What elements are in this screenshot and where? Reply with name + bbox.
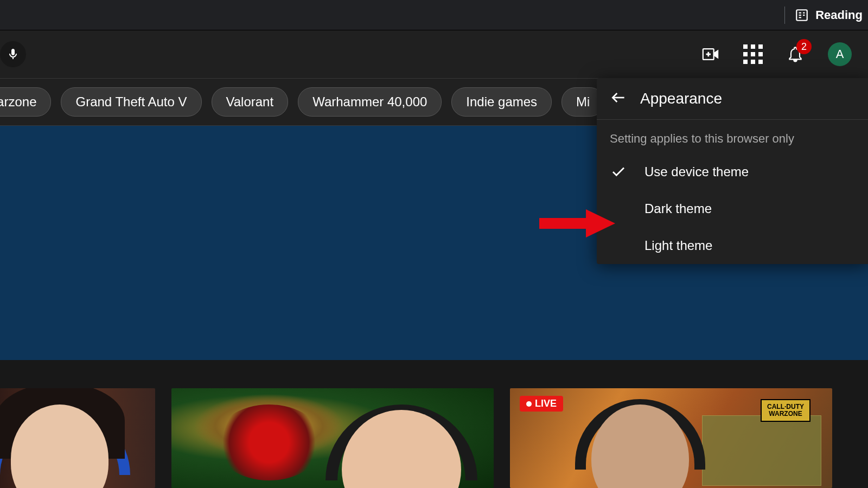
video-thumbnail[interactable] bbox=[171, 388, 494, 488]
account-avatar[interactable]: A bbox=[828, 42, 852, 66]
arrow-left-icon bbox=[610, 89, 627, 106]
browser-top-bar: Reading bbox=[0, 0, 868, 30]
svg-marker-11 bbox=[586, 209, 615, 237]
notifications-button[interactable]: 2 bbox=[786, 44, 805, 64]
browser-divider bbox=[784, 7, 785, 24]
video-thumbnail[interactable]: LIVE CALL·DUTY WARZONE bbox=[510, 388, 832, 488]
voice-search-button[interactable] bbox=[0, 41, 26, 67]
live-dot-icon bbox=[526, 401, 532, 407]
reading-list-icon bbox=[795, 8, 809, 22]
theme-option-label: Use device theme bbox=[644, 164, 749, 179]
filter-chip[interactable]: Warhammer 40,000 bbox=[298, 87, 442, 117]
apps-button[interactable] bbox=[743, 44, 763, 64]
game-title-overlay: CALL·DUTY WARZONE bbox=[761, 399, 810, 422]
filter-chip[interactable]: Indie games bbox=[451, 87, 552, 117]
theme-option-dark[interactable]: Dark theme bbox=[597, 190, 868, 227]
avatar-letter: A bbox=[836, 47, 844, 61]
annotation-arrow-icon bbox=[539, 207, 615, 237]
svg-rect-10 bbox=[539, 218, 588, 229]
live-label: LIVE bbox=[535, 398, 557, 409]
theme-option-device[interactable]: Use device theme bbox=[597, 153, 868, 190]
theme-option-label: Light theme bbox=[644, 238, 712, 253]
create-button[interactable] bbox=[701, 44, 720, 64]
apps-grid-icon bbox=[743, 44, 763, 64]
youtube-header: 2 A bbox=[0, 30, 868, 78]
live-badge: LIVE bbox=[520, 396, 563, 412]
theme-option-light[interactable]: Light theme bbox=[597, 227, 868, 264]
microphone-icon bbox=[7, 48, 20, 61]
filter-chip[interactable]: Grand Theft Auto V bbox=[61, 87, 201, 117]
popup-title: Appearance bbox=[640, 90, 722, 107]
create-video-icon bbox=[701, 45, 720, 63]
filter-chip[interactable]: y: Warzone bbox=[0, 87, 51, 117]
popup-header: Appearance bbox=[597, 78, 868, 120]
notification-badge: 2 bbox=[796, 39, 812, 54]
popup-subtitle: Setting applies to this browser only bbox=[597, 120, 868, 153]
video-thumbnail[interactable] bbox=[0, 388, 155, 488]
theme-option-label: Dark theme bbox=[644, 201, 712, 216]
appearance-popup: Appearance Setting applies to this brows… bbox=[597, 78, 868, 264]
check-icon bbox=[610, 164, 627, 180]
svg-rect-0 bbox=[796, 10, 807, 21]
back-button[interactable] bbox=[610, 89, 627, 108]
video-thumbnails-row: LIVE CALL·DUTY WARZONE bbox=[0, 360, 868, 488]
reading-list-label: Reading bbox=[815, 8, 863, 22]
filter-chip[interactable]: Valorant bbox=[212, 87, 289, 117]
reading-list-button[interactable]: Reading bbox=[795, 8, 863, 22]
